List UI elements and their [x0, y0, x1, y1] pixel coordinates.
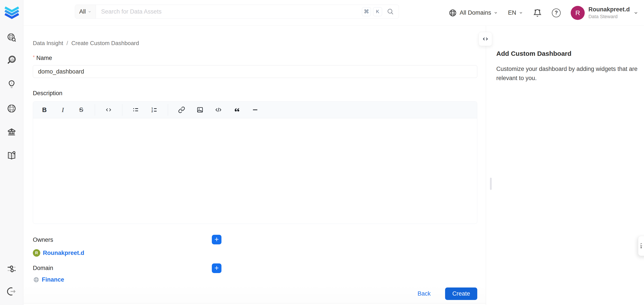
- inline-code-icon: [105, 106, 112, 113]
- chevron-down-icon: [494, 11, 498, 15]
- editor-toolbar: B I S 1 2: [33, 102, 477, 118]
- user-role: Data Steward: [588, 14, 630, 20]
- user-avatar-initial: R: [575, 9, 580, 17]
- panel-title: Add Custom Dashboard: [496, 50, 571, 57]
- domain-selector-label: All Domains: [460, 10, 491, 16]
- logout-icon[interactable]: [6, 286, 17, 297]
- domains-icon[interactable]: [6, 103, 17, 114]
- domain-label: Domain: [33, 265, 53, 272]
- required-marker: *: [33, 54, 35, 60]
- code-block-icon: [215, 106, 222, 114]
- horizontal-rule-button[interactable]: [246, 104, 264, 116]
- breadcrumb-data-insight[interactable]: Data Insight: [33, 40, 63, 46]
- settings-icon[interactable]: [6, 264, 17, 274]
- domain-chip[interactable]: Finance: [33, 276, 64, 283]
- quote-button[interactable]: [228, 104, 246, 116]
- search-icon[interactable]: [387, 8, 394, 15]
- glossary-icon[interactable]: [6, 150, 17, 161]
- owner-name-link[interactable]: Rounakpreet.d: [43, 250, 84, 256]
- owner-avatar: R: [33, 249, 40, 257]
- user-name: Rounakpreet.d: [588, 6, 630, 13]
- global-search-bar: All ⌘ K: [75, 4, 399, 18]
- globe-icon: [448, 9, 457, 17]
- feedback-edge-widget[interactable]: [638, 236, 644, 256]
- left-sidebar: [0, 0, 24, 305]
- add-owner-button[interactable]: +: [212, 235, 222, 244]
- globe-icon: [33, 277, 39, 283]
- notifications-bell-icon[interactable]: [533, 8, 542, 17]
- image-icon: [196, 106, 204, 113]
- numbered-list-icon: 1 2: [151, 106, 158, 113]
- search-scope-value: All: [79, 8, 86, 15]
- owners-label: Owners: [33, 236, 53, 243]
- name-input[interactable]: [33, 65, 477, 78]
- help-glyph: ?: [555, 10, 558, 16]
- app-logo-icon[interactable]: [3, 5, 20, 21]
- panel-description: Customize your dashboard by adding widge…: [496, 64, 642, 83]
- link-icon: [178, 106, 185, 113]
- description-editor-body[interactable]: [33, 118, 477, 224]
- observability-icon[interactable]: [6, 55, 17, 65]
- numbered-list-button[interactable]: 1 2: [145, 104, 164, 116]
- panel-scrollbar-thumb[interactable]: [490, 178, 492, 190]
- form-footer: Back Create: [24, 284, 486, 303]
- toolbar-divider: [168, 104, 168, 116]
- strikethrough-button[interactable]: S: [72, 104, 90, 116]
- owner-avatar-initial: R: [35, 251, 38, 255]
- toolbar-divider: [95, 104, 95, 116]
- breadcrumb-separator: /: [66, 40, 68, 46]
- feedback-widget-icon: [640, 242, 644, 250]
- top-header: All ⌘ K All Domains EN: [24, 0, 644, 26]
- user-avatar: R: [571, 6, 585, 20]
- svg-text:2: 2: [152, 110, 153, 113]
- owner-chip[interactable]: R Rounakpreet.d: [33, 249, 84, 257]
- chevron-down-icon: [519, 11, 523, 15]
- help-icon[interactable]: ?: [552, 8, 561, 17]
- description-editor: B I S 1 2: [33, 101, 477, 224]
- insights-icon[interactable]: [6, 79, 17, 90]
- image-button[interactable]: [191, 104, 209, 116]
- search-input[interactable]: [96, 5, 362, 18]
- link-button[interactable]: [172, 104, 191, 116]
- bullet-list-button[interactable]: [127, 104, 145, 116]
- explore-icon[interactable]: [6, 32, 17, 43]
- domain-selector[interactable]: All Domains: [448, 9, 498, 17]
- breadcrumb-current-page: Create Custom Dashboard: [71, 40, 139, 46]
- plus-icon: +: [214, 236, 219, 243]
- bullet-list-icon: [132, 106, 140, 113]
- k-key-badge: K: [373, 7, 382, 16]
- description-field-label: Description: [33, 90, 62, 97]
- create-button[interactable]: Create: [445, 288, 477, 300]
- inline-code-button[interactable]: [99, 104, 118, 116]
- italic-button[interactable]: I: [54, 104, 72, 116]
- create-dashboard-form: Data Insight / Create Custom Dashboard *…: [24, 26, 486, 305]
- horizontal-rule-icon: [252, 106, 259, 113]
- plus-icon: +: [214, 264, 219, 272]
- collapse-panel-button[interactable]: [478, 32, 492, 46]
- add-domain-button[interactable]: +: [212, 264, 222, 273]
- user-profile-menu[interactable]: R Rounakpreet.d Data Steward: [571, 6, 638, 20]
- domain-name-link[interactable]: Finance: [42, 276, 64, 283]
- search-scope-select[interactable]: All: [75, 5, 96, 18]
- right-info-panel: Add Custom Dashboard Customize your dash…: [486, 26, 644, 305]
- breadcrumb: Data Insight / Create Custom Dashboard: [33, 40, 139, 46]
- back-button[interactable]: Back: [418, 290, 431, 297]
- bold-button[interactable]: B: [35, 104, 54, 116]
- code-block-button[interactable]: [209, 104, 228, 116]
- name-field-label: *Name: [33, 54, 52, 62]
- cmd-key-badge: ⌘: [362, 7, 371, 16]
- quote-icon: [233, 106, 240, 113]
- code-brackets-icon: [482, 36, 489, 42]
- language-selector-label: EN: [508, 10, 516, 16]
- header-actions: All Domains EN ? R Rounakpreet.d Data St…: [448, 0, 638, 26]
- toolbar-divider: [122, 104, 122, 116]
- language-selector[interactable]: EN: [508, 10, 523, 16]
- govern-icon[interactable]: [6, 127, 17, 137]
- chevron-down-icon: [88, 10, 92, 14]
- chevron-down-icon: [634, 10, 638, 15]
